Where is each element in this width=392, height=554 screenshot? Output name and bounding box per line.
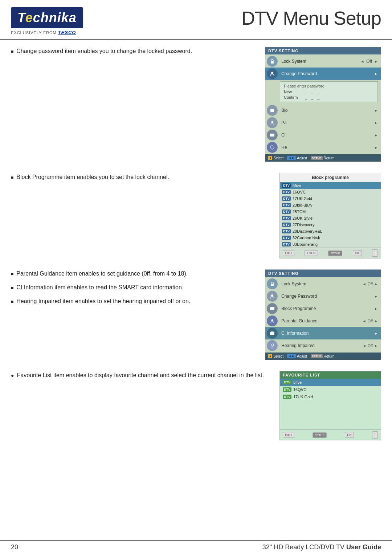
select-icon: ● — [268, 156, 272, 160]
password-overlay: Please enter password New _ _ _ Confirm … — [280, 81, 378, 102]
hi-value: Off — [368, 343, 373, 348]
logo-area: Technika EXCLUSIVELY FROM TESCO — [11, 7, 83, 35]
bp-dots-btn[interactable]: ⁝ — [372, 249, 378, 257]
ci-label: CI Information — [281, 331, 374, 336]
dtv2-row-pg: Parental Guidance ◄ Off ► — [265, 315, 381, 327]
dtv-badge-28: DTV — [282, 229, 291, 233]
dtv-row-pa: Pa ► — [265, 117, 381, 129]
dtv-badge-25: DTV — [282, 209, 291, 214]
pa-row-content: Pa ► — [280, 120, 379, 125]
return-label: Return — [324, 156, 335, 160]
footer-page-number: 20 — [11, 543, 18, 551]
pg2-value: Off — [368, 319, 373, 323]
bp-channel-33-num: 33 — [293, 242, 297, 247]
favourite-list-text: Favourite List item enables to display f… — [11, 371, 265, 380]
page-footer: 20 32" HD Ready LCD/DVD TV User Guide — [0, 540, 392, 554]
toolbar2-select: ● Select — [268, 354, 283, 358]
bp-channel-28: DTV 28 DiscoveryH&L — [280, 228, 381, 235]
fav-exit-btn[interactable]: EXIT — [283, 432, 294, 438]
fav-channel-17: DTV 17 UK Gold — [280, 393, 381, 400]
dtv-toolbar-1: ● Select ◄► Adjust SETUP Return — [265, 154, 381, 162]
lock-system-label: Lock System — [281, 59, 360, 64]
dtv-row-cl: Cl ► — [265, 129, 381, 141]
fav-badge-5: DTV — [283, 380, 291, 384]
block-programme-title: Block programme — [280, 173, 381, 182]
hi-content: Hearing Impaired ◄ Off ► — [280, 343, 379, 348]
pg2-label: Parental Guidance — [281, 318, 363, 323]
bp-exit-btn[interactable]: EXIT — [283, 250, 294, 256]
cp2-label: Change Password — [281, 294, 374, 299]
blo-label: Blo — [281, 108, 374, 113]
adjust-label: Adjust — [297, 156, 307, 160]
change-password-label: Change Password — [281, 71, 374, 76]
icon2-cp — [267, 291, 278, 302]
bp2-label: Block Programme — [281, 306, 374, 311]
technika-logo: Technika — [11, 7, 83, 28]
toolbar-select: ● Select — [268, 156, 283, 160]
bp-channel-32-num: 32 — [293, 236, 297, 240]
pa-arrow: ► — [374, 121, 378, 125]
fav-channel-5-name: five — [295, 380, 302, 384]
pg2-right: ► — [374, 319, 378, 323]
dtv2-row-hi: Hearing Impaired ◄ Off ► — [265, 339, 381, 352]
pg2-content: Parental Guidance ◄ Off ► — [280, 318, 379, 323]
pg2-left: ◄ — [363, 319, 366, 323]
blo-arrow: ► — [374, 109, 378, 113]
svg-point-10 — [271, 294, 273, 297]
dtv-badge-27: DTV — [282, 223, 291, 227]
bp2-content: Block Programme ► — [280, 306, 379, 311]
confirm-label: Confirm — [284, 95, 302, 99]
bp-ok-btn[interactable]: OK — [353, 250, 362, 256]
dtv-toolbar-2: ● Select ◄► Adjust SETUP Return — [265, 353, 381, 360]
fav-ok-btn[interactable]: OK — [345, 432, 354, 438]
dtv-badge-32: DTV — [282, 236, 291, 240]
bp-channel-25-name: TCM — [297, 209, 306, 214]
block-programme-text: Block Programme item enables you to set … — [11, 173, 265, 182]
bp-channel-25-num: 25 — [293, 209, 297, 214]
footer-guide-text: 32" HD Ready LCD/DVD TV User Guide — [262, 543, 381, 551]
dtv-setting-body-1: Lock System ◄ Off ► Change Password ► — [265, 54, 381, 154]
lock-left-arrow: ◄ — [360, 60, 364, 64]
return2-label: Return — [324, 354, 335, 358]
dtv-badge-33: DTV — [282, 242, 291, 247]
fav-badge-16: DTV — [283, 387, 291, 392]
svg-rect-9 — [271, 284, 274, 286]
icon-blo — [267, 105, 278, 116]
bp-channel-16: DTV 16 QVC — [280, 189, 381, 195]
bp-channel-23-num: 23 — [293, 203, 297, 207]
ci-arrow: ► — [374, 331, 378, 335]
fav-empty-space — [280, 400, 381, 429]
dtv-row-change-password: Change Password ► — [265, 68, 381, 80]
bp-channel-17-num: 17 — [293, 196, 297, 201]
lock2-label: Lock System — [281, 281, 363, 286]
dtv-row-he: ♪ He ► — [265, 141, 381, 154]
dtv-setting-box-2: DTV SETTING Lock System ◄ Off ► — [265, 269, 381, 360]
parental-guidance-text: Parental Guidance item enables to set gu… — [11, 269, 258, 278]
icon2-ci — [267, 328, 278, 339]
bp-channel-33-name: Boomerang — [297, 242, 318, 247]
ci-information-text: CI Information item enables to read the … — [11, 283, 258, 292]
bp-setup-btn[interactable]: SETUP — [328, 250, 342, 256]
select2-label: Select — [273, 354, 283, 358]
svg-point-4 — [271, 121, 273, 123]
he-label: He — [281, 145, 374, 150]
icon2-bp — [267, 303, 278, 314]
page-header: Technika EXCLUSIVELY FROM TESCO DTV Menu… — [0, 0, 392, 40]
icon2-lock — [267, 278, 278, 289]
svg-rect-0 — [271, 61, 274, 64]
section-text-fav: Favourite List item enables to display f… — [11, 371, 272, 384]
bp-lock-btn[interactable]: LOCK — [305, 250, 318, 256]
fav-setup-btn[interactable]: SETUP — [313, 432, 327, 438]
hearing-impaired-text: Hearing Impaired item enables to set the… — [11, 297, 258, 306]
password-dialog: Please enter password New _ _ _ Confirm … — [265, 80, 381, 104]
dtv-row-lock-system: Lock System ◄ Off ► — [265, 55, 381, 68]
svg-point-13 — [271, 319, 273, 321]
favourite-list-box: FAVOURITE LIST DTV 5 five DTV 16 QVC DTV… — [279, 371, 381, 440]
fav-dots-btn[interactable]: ⁝ — [372, 431, 378, 439]
bp-channel-5: DTV 5 five — [280, 182, 381, 189]
page-title-area: DTV Menu Setup — [83, 7, 381, 29]
svg-point-3 — [272, 110, 273, 111]
bp-channel-25: DTV 25 TCM — [280, 208, 381, 215]
fav-channel-17-name: UK Gold — [298, 395, 313, 399]
bp-channel-32: DTV 32 Cartoon Nwk — [280, 235, 381, 241]
